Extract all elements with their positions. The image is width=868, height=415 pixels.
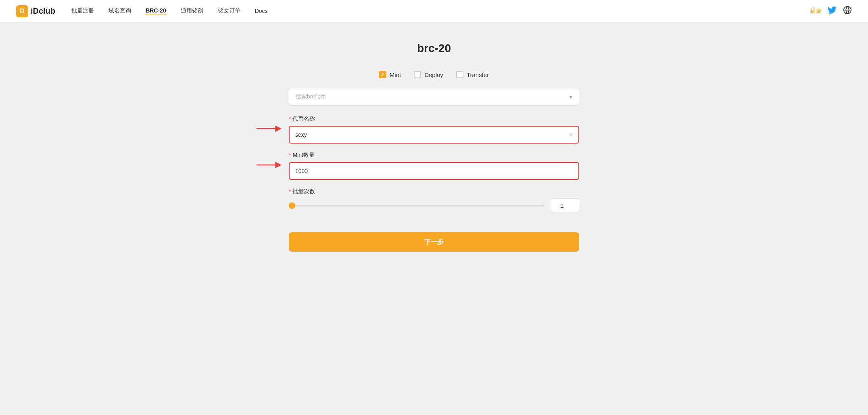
checkbox-transfer-label: Transfer	[467, 71, 489, 78]
nav-item-batch-register[interactable]: 批量注册	[71, 7, 94, 15]
page-title: brc-20	[417, 42, 451, 55]
token-name-label-text: 代币名称	[292, 115, 315, 123]
token-name-input-wrapper: ✕	[289, 126, 579, 144]
checkbox-mint[interactable]: Mint	[379, 71, 401, 78]
checkbox-deploy-box[interactable]	[414, 71, 421, 78]
mint-amount-field: * Mint数量	[289, 152, 579, 180]
logo[interactable]: D iDclub	[16, 5, 55, 17]
checkbox-deploy-label: Deploy	[424, 71, 443, 78]
mint-amount-input[interactable]	[289, 162, 579, 180]
donate-button[interactable]: 捐赠	[810, 8, 821, 15]
batch-count-field: * 批量次数	[289, 188, 579, 213]
next-button[interactable]: 下一步	[289, 232, 579, 252]
batch-count-slider[interactable]	[289, 205, 545, 206]
red-arrow-mint	[257, 159, 285, 173]
logo-text: iDclub	[31, 6, 55, 16]
main-content: brc-20 Mint Deploy Transfer 搜索brc代币 ▾	[0, 23, 868, 271]
checkbox-transfer[interactable]: Transfer	[456, 71, 489, 78]
slider-row	[289, 198, 579, 213]
checkbox-transfer-box[interactable]	[456, 71, 463, 78]
batch-count-label: * 批量次数	[289, 188, 579, 195]
token-name-required: *	[289, 116, 291, 122]
search-dropdown[interactable]: 搜索brc代币 ▾	[289, 88, 579, 106]
globe-icon[interactable]	[843, 6, 852, 17]
dropdown-arrow-icon: ▾	[569, 93, 572, 101]
mint-amount-label: * Mint数量	[289, 152, 579, 159]
batch-count-label-text: 批量次数	[292, 188, 315, 195]
mint-amount-required: *	[289, 152, 291, 158]
batch-count-required: *	[289, 188, 291, 195]
token-name-input[interactable]	[289, 126, 579, 144]
logo-icon: D	[16, 5, 28, 17]
batch-count-value-input[interactable]	[551, 198, 579, 213]
twitter-icon[interactable]	[828, 6, 837, 17]
nav-item-universal-inscribe[interactable]: 通用铭刻	[181, 7, 203, 15]
red-arrow-token	[257, 123, 285, 136]
checkbox-mint-box[interactable]	[379, 71, 386, 78]
token-name-label: * 代币名称	[289, 115, 579, 123]
header-right: 捐赠	[810, 6, 852, 17]
search-placeholder: 搜索brc代币	[296, 93, 569, 100]
nav: 批量注册 域名查询 BRC-20 通用铭刻 铭文订单 Docs	[71, 7, 810, 15]
nav-item-brc20[interactable]: BRC-20	[146, 7, 166, 15]
nav-item-docs[interactable]: Docs	[255, 8, 268, 15]
nav-item-domain-query[interactable]: 域名查询	[108, 7, 131, 15]
mint-amount-label-text: Mint数量	[292, 152, 314, 159]
token-name-field: * 代币名称 ✕	[289, 115, 579, 144]
form-container: 搜索brc代币 ▾ * 代币名称	[289, 88, 579, 252]
nav-item-inscription-orders[interactable]: 铭文订单	[218, 7, 240, 15]
header: D iDclub 批量注册 域名查询 BRC-20 通用铭刻 铭文订单 Docs…	[0, 0, 868, 23]
tab-checkboxes: Mint Deploy Transfer	[379, 71, 489, 78]
clear-token-name-icon[interactable]: ✕	[568, 131, 574, 139]
checkbox-mint-label: Mint	[390, 71, 401, 78]
mint-amount-input-wrapper	[289, 162, 579, 180]
checkbox-deploy[interactable]: Deploy	[414, 71, 443, 78]
